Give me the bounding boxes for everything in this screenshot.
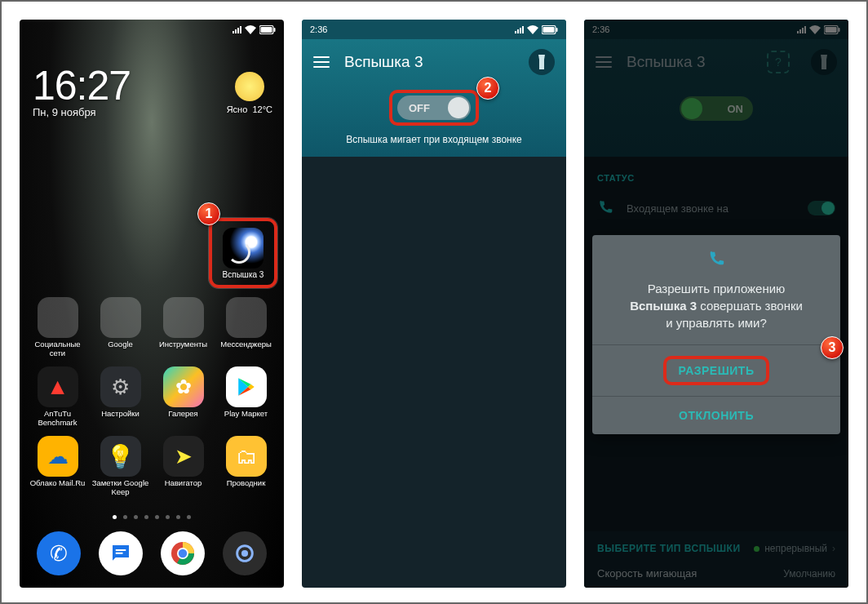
callout-badge-2: 2 <box>476 77 499 100</box>
svg-rect-2 <box>274 28 276 32</box>
callout-badge-3: 3 <box>821 336 844 359</box>
allow-highlight: РАЗРЕШИТЬ <box>663 356 769 385</box>
wifi-icon <box>527 25 538 34</box>
app-keep-notes[interactable]: 💡 Заметки Google Keep <box>91 436 150 497</box>
svg-rect-4 <box>116 553 123 554</box>
allow-button[interactable]: РАЗРЕШИТЬ <box>592 345 840 397</box>
home-screen: 16:27 Пн, 9 ноября Ясно 12°C 1 Вспышка 3… <box>20 20 284 588</box>
toggle-off-label: OFF <box>409 102 430 114</box>
folder-google[interactable]: Google <box>91 297 150 358</box>
permission-text: Разрешить приложению Вспышка 3 совершать… <box>610 280 822 331</box>
signal-icon <box>515 25 524 33</box>
dock-camera[interactable] <box>223 531 267 575</box>
svg-point-7 <box>179 549 187 557</box>
main-toggle-off[interactable]: OFF <box>397 95 471 120</box>
folder-tools[interactable]: Инструменты <box>153 297 213 358</box>
status-time: 2:36 <box>310 24 327 34</box>
toggle-caption: Вспышка мигает при входящем звонке <box>302 134 566 145</box>
app-titlebar: Вспышка 3 <box>302 39 566 85</box>
app-settings[interactable]: ⚙ Настройки <box>91 366 150 428</box>
battery-icon <box>259 25 276 34</box>
dock-phone[interactable]: ✆ <box>37 531 81 575</box>
svg-point-9 <box>241 550 248 557</box>
sun-icon <box>235 72 264 101</box>
app-cloud-mailru[interactable]: ☁ Облако Mail.Ru <box>28 436 87 497</box>
dock-messages[interactable] <box>99 531 143 575</box>
dock: ✆ <box>20 531 284 578</box>
flash-app-highlighted[interactable]: Вспышка 3 <box>209 218 277 288</box>
wifi-icon <box>245 25 256 34</box>
page-indicator <box>20 515 284 519</box>
dock-chrome[interactable] <box>161 531 205 575</box>
deny-button[interactable]: ОТКЛОНИТЬ <box>592 397 840 434</box>
home-app-grid: Социальные сети Google Инструменты Мессе… <box>20 297 284 497</box>
app-title: Вспышка 3 <box>344 53 514 71</box>
flash-app-icon <box>223 228 264 269</box>
battery-icon <box>542 25 558 34</box>
folder-messengers[interactable]: Мессенджеры <box>216 297 276 358</box>
weather-text: Ясно 12°C <box>227 104 272 114</box>
app-file-manager[interactable]: 🗂 Проводник <box>216 436 276 497</box>
svg-rect-12 <box>556 28 558 32</box>
permission-actions: РАЗРЕШИТЬ ОТКЛОНИТЬ <box>592 344 840 434</box>
phone-permission-icon <box>610 250 822 272</box>
app-antutu[interactable]: ▲ AnTuTu Benchmark <box>28 366 87 428</box>
app-screen-off: 2:36 Вспышка 3 2 OFF Вспышка мигает при … <box>302 20 566 588</box>
weather-widget[interactable]: Ясно 12°C <box>227 72 272 114</box>
torch-button[interactable] <box>529 49 555 75</box>
folder-social[interactable]: Социальные сети <box>28 297 87 358</box>
callout-badge-1: 1 <box>197 202 220 225</box>
svg-rect-3 <box>116 549 126 551</box>
svg-rect-11 <box>543 27 555 33</box>
app-navigator[interactable]: ➤ Навигатор <box>153 436 213 497</box>
signal-icon <box>232 25 241 33</box>
status-bar: 2:36 <box>302 20 566 39</box>
app-gallery[interactable]: ✿ Галерея <box>153 366 213 428</box>
svg-rect-1 <box>261 27 272 33</box>
app-screen-permission: 2:36 Вспышка 3 ? ON СТАТУС Входящем звон… <box>584 20 848 588</box>
status-bar <box>20 20 284 39</box>
app-play-market[interactable]: Play Маркет <box>216 366 276 428</box>
app-header: 2:36 Вспышка 3 2 OFF Вспышка мигает при … <box>302 20 566 157</box>
toggle-highlight: OFF <box>389 90 479 126</box>
menu-icon[interactable] <box>313 56 330 68</box>
permission-dialog: Разрешить приложению Вспышка 3 совершать… <box>592 235 840 434</box>
toggle-area: 2 OFF Вспышка мигает при входящем звонке <box>302 90 566 145</box>
flash-app-label: Вспышка 3 <box>223 270 264 279</box>
